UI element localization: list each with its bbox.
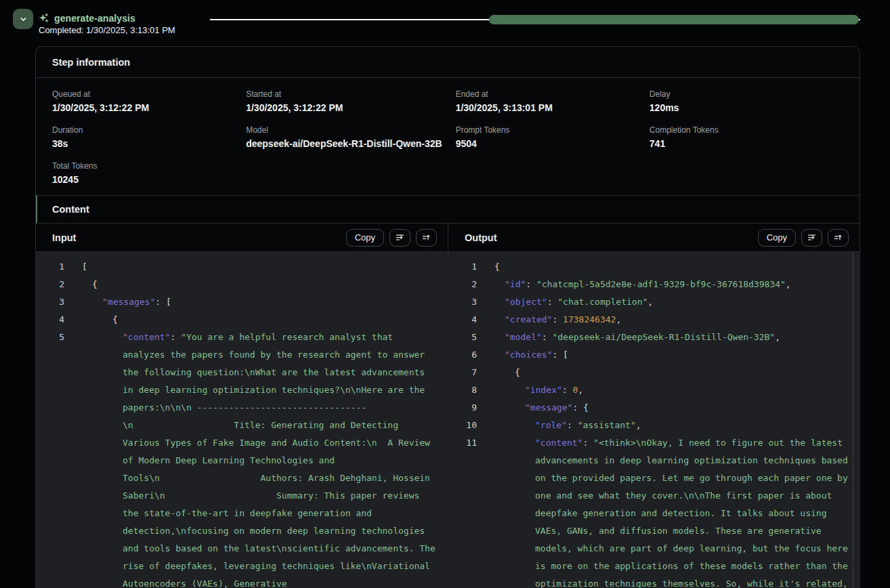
info-value: 38s [52,138,246,149]
code-text: "id": "chatcmpl-5a5d2e8e-adf1-9329-bf9c-… [494,276,791,293]
code-text: "created": 1738246342, [494,311,621,329]
info-field-delay: Delay120ms [650,89,843,113]
line-number: 9 [457,399,477,417]
output-panel-header: Output Copy [448,224,860,252]
step-info-grid: Queued at1/30/2025, 3:12:22 PMStarted at… [36,78,860,195]
input-wrap-text-button[interactable] [389,229,410,247]
step-information-title: Step information [52,57,130,68]
output-wrap-text-button[interactable] [801,229,822,247]
arrow-up-lines-icon [833,232,843,243]
code-line: 10"role": "assistant", [457,417,849,434]
code-text: "message": { [494,399,589,417]
line-number: 1 [457,258,477,276]
line-number: 4 [457,311,477,329]
line-number: 5 [457,329,477,346]
code-line: 7{ [457,364,849,381]
output-expand-button[interactable] [828,229,849,247]
wrap-text-icon [807,232,817,243]
line-number: 1 [44,258,64,276]
input-code-viewer[interactable]: 1[2{3"messages": [4{5"content": "You are… [36,252,448,588]
code-line: 4{ [44,311,437,329]
code-line: 8"index": 0, [457,381,849,399]
output-scrollbar[interactable] [853,252,853,588]
code-line: 9"message": { [457,399,849,417]
content-panels: Input Copy [36,224,860,588]
code-line: 2"id": "chatcmpl-5a5d2e8e-adf1-9329-bf9c… [457,276,849,293]
line-number: 3 [44,293,64,311]
info-label: Completion Tokens [650,125,843,135]
info-value: 1/30/2025, 3:12:22 PM [246,102,455,113]
line-number: 11 [457,434,477,452]
sparkles-icon [38,13,49,24]
info-label: Started at [246,89,455,99]
info-label: Delay [650,89,843,99]
info-field-ended-at: Ended at1/30/2025, 3:13:01 PM [456,89,650,113]
info-label: Model [246,125,455,135]
code-line: 1[ [44,258,437,276]
input-panel-title: Input [52,232,341,243]
code-text: "content": "You are a helpful research a… [82,329,436,588]
info-value: deepseek-ai/DeepSeek-R1-Distill-Qwen-32B [246,138,455,149]
line-number: 8 [457,381,477,399]
code-line: 3"messages": [ [44,293,437,311]
timeline-duration-bar[interactable] [489,15,859,24]
code-line: 2{ [44,276,437,293]
input-panel: Input Copy [36,224,448,588]
info-field-model: Modeldeepseek-ai/DeepSeek-R1-Distill-Qwe… [246,125,455,149]
input-panel-header: Input Copy [36,224,448,252]
step-information-header: Step information [36,47,860,78]
run-title: generate-analysis [54,13,135,24]
code-line: 4"created": 1738246342, [457,311,849,329]
code-text: { [82,276,98,293]
line-number: 10 [457,417,477,434]
info-field-completion-tokens: Completion Tokens741 [650,125,843,149]
arrow-up-lines-icon [421,232,431,243]
input-expand-button[interactable] [416,229,437,247]
info-label: Prompt Tokens [456,125,650,135]
code-line: 5"content": "You are a helpful research … [44,329,437,588]
info-field-total-tokens: Total Tokens10245 [52,161,246,185]
code-text: { [494,258,500,276]
info-field-queued-at: Queued at1/30/2025, 3:12:22 PM [52,89,246,113]
output-code-viewer[interactable]: 1{2"id": "chatcmpl-5a5d2e8e-adf1-9329-bf… [448,252,860,588]
output-panel-title: Output [465,232,753,243]
code-line: 11"content": "<think>\nOkay, I need to f… [457,434,849,588]
line-number: 4 [44,311,64,329]
code-text: "index": 0, [494,381,583,399]
info-field-prompt-tokens: Prompt Tokens9504 [456,125,650,149]
input-copy-button[interactable]: Copy [346,229,384,247]
info-field-started-at: Started at1/30/2025, 3:12:22 PM [246,89,455,113]
code-line: 3"object": "chat.completion", [457,293,849,311]
code-line: 1{ [457,258,849,276]
collapse-button[interactable] [13,9,33,29]
output-copy-button[interactable]: Copy [758,229,796,247]
info-label: Duration [52,125,246,135]
code-text: "content": "<think>\nOkay, I need to fig… [494,434,848,588]
line-number: 2 [457,276,477,293]
info-value: 741 [650,138,843,149]
line-number: 3 [457,293,477,311]
code-text: { [82,311,118,329]
wrap-text-icon [395,232,405,243]
info-value: 1/30/2025, 3:13:01 PM [456,102,650,113]
step-detail-card: Step information Queued at1/30/2025, 3:1… [35,46,860,588]
code-text: [ [82,258,87,276]
code-text: "model": "deepseek-ai/DeepSeek-R1-Distil… [494,329,780,346]
run-status-completed: Completed: 1/30/2025, 3:13:01 PM [39,25,175,35]
code-text: { [494,364,520,381]
line-number: 7 [457,364,477,381]
output-panel: Output Copy [448,224,860,588]
info-value: 10245 [52,174,246,185]
info-value: 1/30/2025, 3:12:22 PM [52,102,246,113]
code-line: 5"model": "deepseek-ai/DeepSeek-R1-Disti… [457,329,849,346]
line-number: 6 [457,346,477,364]
info-label: Ended at [456,89,650,99]
code-text: "object": "chat.completion", [494,293,653,311]
content-section-title: Content [52,204,89,215]
info-value: 120ms [650,102,843,113]
code-text: "messages": [ [82,293,171,311]
info-label: Total Tokens [52,161,246,171]
code-text: "role": "assistant", [494,417,641,434]
code-text: "choices": [ [494,346,568,364]
code-line: 6"choices": [ [457,346,849,364]
